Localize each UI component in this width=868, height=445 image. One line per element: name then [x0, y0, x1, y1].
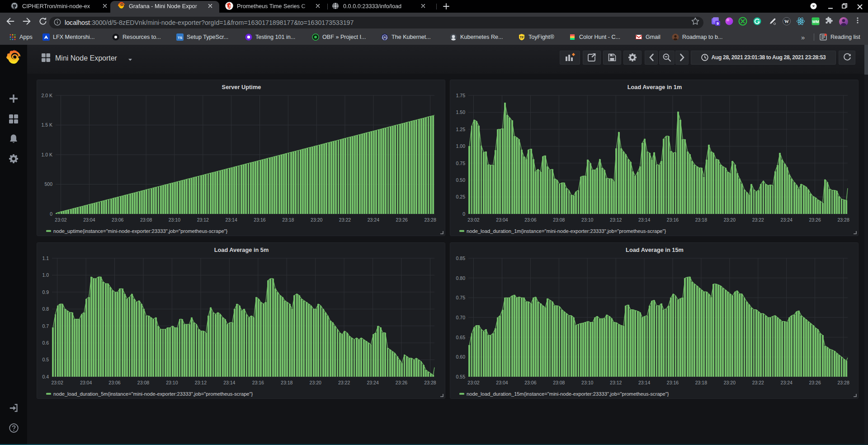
- svg-text:23:22: 23:22: [338, 380, 350, 385]
- svg-text:9: 9: [717, 21, 719, 26]
- svg-text:0: 0: [50, 211, 52, 217]
- svg-text:23:06: 23:06: [524, 217, 536, 222]
- svg-text:0.55: 0.55: [456, 374, 466, 379]
- svg-text:23:02: 23:02: [467, 217, 479, 222]
- svg-text:23:14: 23:14: [225, 217, 237, 222]
- svg-text:23:10: 23:10: [581, 380, 593, 385]
- svg-text:23:18: 23:18: [281, 380, 292, 385]
- svg-text:23:26: 23:26: [809, 380, 821, 385]
- svg-text:23:14: 23:14: [223, 380, 235, 385]
- svg-text:WM: WM: [812, 19, 819, 24]
- svg-text:TS: TS: [178, 36, 183, 40]
- svg-text:23:16: 23:16: [667, 380, 679, 385]
- svg-text:0.6: 0.6: [42, 340, 49, 346]
- svg-text:23:12: 23:12: [195, 380, 207, 385]
- svg-text:23:20: 23:20: [311, 217, 322, 222]
- svg-text:0.9: 0.9: [42, 289, 49, 295]
- svg-text:23:12: 23:12: [610, 380, 622, 385]
- svg-text:node_load_duration_15m{instanc: node_load_duration_15m{instance="mini-no…: [467, 391, 669, 397]
- svg-text:1.25: 1.25: [456, 127, 466, 132]
- svg-text:23:04: 23:04: [83, 217, 95, 222]
- svg-text:23:22: 23:22: [752, 380, 764, 385]
- svg-text:23:08: 23:08: [553, 380, 565, 385]
- svg-text:23:06: 23:06: [108, 380, 120, 385]
- svg-text:23:20: 23:20: [724, 217, 736, 222]
- svg-text:23:06: 23:06: [112, 217, 123, 222]
- svg-text:23:04: 23:04: [496, 380, 508, 385]
- svg-text:23:16: 23:16: [252, 380, 264, 385]
- svg-text:node_load_duration_5m{instance: node_load_duration_5m{instance="mini-nod…: [53, 391, 253, 397]
- svg-text:23:18: 23:18: [282, 217, 294, 222]
- svg-text:23:10: 23:10: [169, 217, 180, 222]
- svg-text:1.0: 1.0: [42, 272, 49, 278]
- svg-text:23:26: 23:26: [396, 380, 407, 385]
- svg-text:1.0 K: 1.0 K: [41, 152, 52, 157]
- svg-text:23:14: 23:14: [638, 380, 650, 385]
- svg-text:23:04: 23:04: [496, 217, 508, 222]
- svg-text:23:10: 23:10: [166, 380, 178, 385]
- svg-text:23:24: 23:24: [781, 380, 793, 385]
- svg-text:23:26: 23:26: [809, 217, 821, 222]
- svg-text:TF: TF: [519, 35, 524, 39]
- svg-text:23:02: 23:02: [467, 380, 479, 385]
- svg-text:23:08: 23:08: [140, 217, 152, 222]
- svg-text:23:28: 23:28: [424, 217, 436, 222]
- svg-text:23:22: 23:22: [339, 217, 351, 222]
- svg-text:0.65: 0.65: [456, 335, 466, 340]
- svg-text:node_uptime{instance="mini-nod: node_uptime{instance="mini-node-exporter…: [53, 228, 228, 234]
- svg-text:23:02: 23:02: [51, 380, 63, 385]
- svg-text:23:14: 23:14: [638, 217, 650, 222]
- svg-text:23:04: 23:04: [80, 380, 92, 385]
- svg-text:0.8: 0.8: [42, 306, 49, 312]
- svg-text:Server Uptime: Server Uptime: [222, 84, 261, 90]
- svg-text:23:28: 23:28: [424, 380, 436, 385]
- svg-text:Load Average in 1m: Load Average in 1m: [627, 84, 682, 90]
- svg-text:0.75: 0.75: [456, 295, 466, 300]
- svg-text:23:28: 23:28: [837, 217, 849, 222]
- svg-text:23:26: 23:26: [396, 217, 408, 222]
- svg-text:0.80: 0.80: [456, 275, 466, 281]
- svg-text:23:24: 23:24: [781, 217, 793, 222]
- svg-text:node_load_duration_1m{instance: node_load_duration_1m{instance="mini-nod…: [467, 228, 666, 234]
- svg-text:23:16: 23:16: [667, 217, 679, 222]
- svg-text:0: 0: [462, 211, 465, 217]
- svg-text:23:02: 23:02: [55, 217, 66, 222]
- svg-text:1.75: 1.75: [456, 93, 466, 98]
- svg-text:(A): (A): [382, 36, 387, 39]
- svg-text:1.00: 1.00: [456, 143, 466, 149]
- svg-text:23:06: 23:06: [524, 380, 536, 385]
- svg-text:23:18: 23:18: [695, 380, 707, 385]
- svg-text:0.60: 0.60: [456, 354, 466, 360]
- svg-text:500: 500: [44, 181, 52, 187]
- svg-text:0.7: 0.7: [42, 323, 49, 329]
- svg-text:Load Average in 15m: Load Average in 15m: [626, 246, 684, 253]
- svg-text:0.5: 0.5: [42, 357, 49, 362]
- svg-text:W: W: [784, 19, 789, 24]
- svg-text:23:10: 23:10: [581, 217, 593, 222]
- svg-text:0.70: 0.70: [456, 315, 466, 320]
- svg-text:23:20: 23:20: [724, 380, 736, 385]
- svg-text:0.50: 0.50: [456, 177, 466, 183]
- svg-text:1.50: 1.50: [456, 109, 466, 115]
- svg-text:0.25: 0.25: [456, 194, 466, 199]
- svg-text:23:28: 23:28: [837, 380, 849, 385]
- svg-text:23:18: 23:18: [695, 217, 707, 222]
- svg-text:23:22: 23:22: [752, 217, 764, 222]
- svg-text:23:12: 23:12: [610, 217, 622, 222]
- svg-text:0.85: 0.85: [456, 256, 466, 261]
- svg-text:1.5 K: 1.5 K: [41, 122, 52, 128]
- svg-text:0.75: 0.75: [456, 161, 466, 166]
- svg-text:23:24: 23:24: [368, 217, 379, 222]
- svg-text:23:24: 23:24: [367, 380, 378, 385]
- svg-text:23:08: 23:08: [553, 217, 565, 222]
- svg-text:23:12: 23:12: [197, 217, 209, 222]
- svg-text:23:16: 23:16: [254, 217, 265, 222]
- svg-text:Load Average in 5m: Load Average in 5m: [214, 246, 269, 253]
- svg-text:2.0 K: 2.0 K: [41, 93, 52, 98]
- svg-text:0.4: 0.4: [42, 374, 49, 379]
- svg-text:23:20: 23:20: [310, 380, 321, 385]
- svg-text:1.1: 1.1: [42, 256, 49, 261]
- svg-text:23:08: 23:08: [137, 380, 149, 385]
